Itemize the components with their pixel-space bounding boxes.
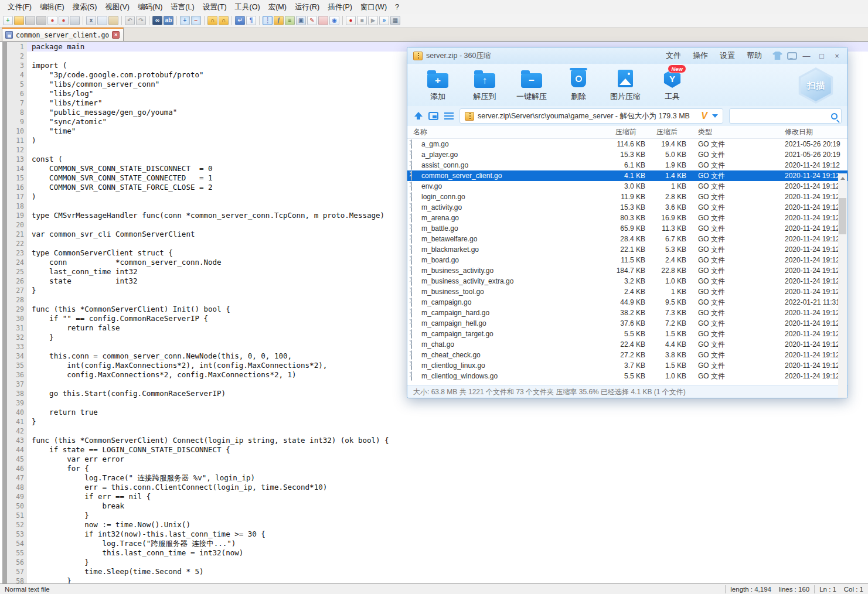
col-size-before[interactable]: 压缩前: [583, 127, 645, 137]
folder-workspace-icon[interactable]: [318, 16, 328, 25]
doc-switcher-icon[interactable]: ▣: [296, 16, 306, 25]
tab-close-icon[interactable]: ×: [112, 31, 120, 39]
file-row[interactable]: m_cheat_check.go27.2 KB3.8 KBGO 文件2020-1…: [407, 350, 847, 360]
sync-horizontal-icon[interactable]: ∩: [219, 16, 229, 25]
close-all-docs-icon[interactable]: ●: [59, 16, 69, 25]
zip-menu-item[interactable]: 帮助: [741, 49, 768, 62]
monitor-eye-icon[interactable]: ◉: [329, 16, 339, 25]
zip-title-bar[interactable]: server.zip - 360压缩 文件操作设置帮助 — □ ×: [407, 47, 847, 64]
file-row[interactable]: a_player.go15.3 KB5.0 KBGO 文件2021-05-26 …: [407, 149, 847, 160]
up-level-icon[interactable]: [414, 112, 423, 120]
save-all-icon[interactable]: [36, 16, 46, 25]
macro-run-multi-icon[interactable]: »: [379, 16, 389, 25]
menu-item[interactable]: 编码(N): [134, 1, 166, 14]
redo-icon[interactable]: ↷: [136, 16, 146, 25]
file-row[interactable]: common_server_client.go4.1 KB1.4 KBGO 文件…: [407, 170, 847, 181]
zip-toolbar-tools-hexagon[interactable]: YNew工具: [651, 69, 693, 106]
menu-item[interactable]: 搜索(S): [69, 1, 101, 14]
macro-play-icon[interactable]: ▶: [368, 16, 378, 25]
menu-item[interactable]: 插件(P): [324, 1, 356, 14]
open-file-icon[interactable]: [14, 16, 24, 25]
menu-item[interactable]: ?: [391, 1, 403, 13]
zip-scrollbar[interactable]: [838, 173, 847, 398]
sync-vertical-icon[interactable]: ∩: [207, 16, 217, 25]
col-name[interactable]: 名称: [407, 127, 583, 137]
file-row[interactable]: login_conn.go11.9 KB2.8 KBGO 文件2020-11-2…: [407, 192, 847, 202]
list-view-icon[interactable]: [444, 112, 454, 120]
file-row[interactable]: assist_conn.go6.1 KB1.9 KBGO 文件2020-11-2…: [407, 160, 847, 170]
print-icon[interactable]: [70, 16, 80, 25]
save-icon[interactable]: [25, 16, 35, 25]
file-row[interactable]: m_campaign_target.go5.5 KB1.5 KBGO 文件202…: [407, 329, 847, 339]
search-box[interactable]: [729, 108, 842, 124]
view-mode-icon[interactable]: [428, 112, 438, 120]
minimize-button[interactable]: —: [801, 50, 812, 62]
cut-icon[interactable]: x: [86, 16, 96, 25]
file-row[interactable]: m_clientlog_windows.go5.5 KB1.0 KBGO 文件2…: [407, 371, 847, 381]
menu-item[interactable]: 工具(O): [231, 1, 264, 14]
file-row[interactable]: a_gm.go114.6 KB19.4 KBGO 文件2021-05-26 20…: [407, 139, 847, 149]
paste-icon[interactable]: [108, 16, 118, 25]
chevron-down-icon[interactable]: [712, 114, 718, 118]
menu-item[interactable]: 视图(V): [101, 1, 134, 14]
col-date[interactable]: 修改日期: [769, 127, 839, 137]
show-symbol-icon[interactable]: ¶: [246, 16, 256, 25]
col-type[interactable]: 类型: [686, 127, 769, 137]
copy-icon[interactable]: [97, 16, 107, 25]
zip-menu-item[interactable]: 操作: [687, 49, 714, 62]
zip-toolbar-folder-add[interactable]: +添加: [417, 69, 459, 106]
file-row[interactable]: m_business_tool.go2.4 KB1 KBGO 文件2020-11…: [407, 286, 847, 297]
file-row[interactable]: m_clientlog_linux.go3.7 KB1.5 KBGO 文件202…: [407, 360, 847, 371]
file-row[interactable]: m_arena.go80.3 KB16.9 KBGO 文件2020-11-24 …: [407, 213, 847, 223]
zip-toolbar-trash[interactable]: 删除: [557, 69, 600, 106]
close-button[interactable]: ×: [831, 50, 843, 62]
macro-save-icon[interactable]: ▦: [390, 16, 400, 25]
replace-icon[interactable]: ab: [164, 16, 173, 25]
file-row[interactable]: m_battle.go65.9 KB11.3 KBGO 文件2020-11-24…: [407, 223, 847, 234]
file-row[interactable]: m_chat.go22.4 KB4.4 KBGO 文件2020-11-24 19…: [407, 339, 847, 350]
file-row[interactable]: m_campaign_hell.go37.6 KB7.2 KBGO 文件2020…: [407, 318, 847, 329]
zip-menu-item[interactable]: 设置: [714, 49, 741, 62]
file-row[interactable]: m_business_activity_extra.go3.2 KB1.0 KB…: [407, 276, 847, 286]
undo-icon[interactable]: ↶: [125, 16, 135, 25]
close-doc-icon[interactable]: ●: [47, 16, 57, 25]
file-row[interactable]: m_business_activity.go184.7 KB22.8 KBGO …: [407, 265, 847, 276]
menu-item[interactable]: 窗口(W): [356, 1, 391, 14]
menu-item[interactable]: 文件(F): [4, 1, 36, 14]
search-icon[interactable]: [831, 113, 838, 120]
file-row[interactable]: m_campaign.go44.9 KB9.5 KBGO 文件2022-01-2…: [407, 297, 847, 308]
menu-item[interactable]: 语言(L): [166, 1, 198, 14]
scan-button[interactable]: 扫描: [796, 67, 836, 104]
plugin-pen-icon[interactable]: ✎: [307, 16, 317, 25]
file-row[interactable]: m_campaign_hard.go38.2 KB7.3 KBGO 文件2020…: [407, 308, 847, 318]
indent-guide-icon[interactable]: ┆: [263, 16, 273, 25]
menu-item[interactable]: 宏(M): [264, 1, 291, 14]
scroll-up-icon[interactable]: [838, 173, 847, 183]
search-input[interactable]: [733, 112, 831, 120]
col-size-after[interactable]: 压缩后: [645, 127, 686, 137]
zoom-out-icon[interactable]: −: [191, 16, 201, 25]
v-logo[interactable]: V: [701, 111, 707, 121]
feedback-icon[interactable]: [787, 52, 797, 60]
file-row[interactable]: m_blackmarket.go22.1 KB5.3 KBGO 文件2020-1…: [407, 244, 847, 255]
macro-record-icon[interactable]: ●: [346, 16, 356, 25]
menu-item[interactable]: 编辑(E): [36, 1, 69, 14]
zip-menu-item[interactable]: 文件: [660, 49, 687, 62]
path-field[interactable]: server.zip\Server\src\youma\game_server …: [459, 108, 723, 124]
file-row[interactable]: env.go3.0 KB1 KBGO 文件2020-11-24 19:12: [407, 181, 847, 192]
tab-common-server-client[interactable]: common_server_client.go ×: [2, 28, 124, 41]
menu-item[interactable]: 设置(T): [199, 1, 231, 14]
zip-toolbar-image-compress[interactable]: 图片压缩: [604, 69, 646, 106]
find-icon[interactable]: ∞: [152, 16, 162, 25]
file-row[interactable]: m_activity.go15.3 KB3.6 KBGO 文件2020-11-2…: [407, 202, 847, 213]
skin-icon[interactable]: [772, 52, 782, 60]
word-wrap-icon[interactable]: ↵: [235, 16, 245, 25]
scroll-thumb[interactable]: [839, 198, 846, 234]
zip-column-header[interactable]: 名称 压缩前 压缩后 类型 修改日期: [407, 126, 847, 139]
file-row[interactable]: m_betawelfare.go28.4 KB6.7 KBGO 文件2020-1…: [407, 234, 847, 244]
menu-item[interactable]: 运行(R): [291, 1, 324, 14]
zoom-in-icon[interactable]: +: [180, 16, 190, 25]
new-file-icon[interactable]: +: [3, 16, 13, 25]
macro-stop-icon[interactable]: ■: [357, 16, 367, 25]
maximize-button[interactable]: □: [816, 50, 828, 62]
